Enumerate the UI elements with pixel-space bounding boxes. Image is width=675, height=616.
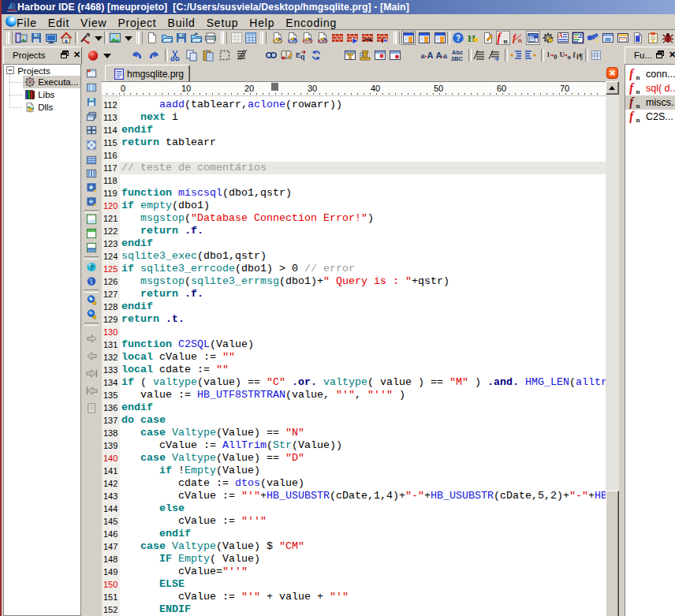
toolbar-button-conv-number[interactable]: 10: [546, 49, 558, 62]
toolbar-button-save-file[interactable]: [175, 32, 188, 44]
side-button-page-doc[interactable]: [86, 402, 98, 414]
line-number-144[interactable]: 144: [103, 504, 120, 513]
line-number-117[interactable]: 117: [103, 163, 120, 173]
line-number-132[interactable]: 132: [103, 353, 120, 362]
toolbar-grip[interactable]: [221, 32, 228, 44]
line-number-113[interactable]: 113: [103, 113, 120, 122]
functions-float-button[interactable]: [655, 50, 666, 60]
line-number-147[interactable]: 147: [103, 542, 120, 551]
toolbar-button-new-file[interactable]: [146, 32, 158, 44]
line-number-145[interactable]: 145: [103, 517, 120, 526]
toolbar-button-toolbox-stamp[interactable]: [359, 49, 371, 62]
menu-help[interactable]: Help: [244, 14, 280, 29]
toolbar-button-b10-red[interactable]: IOIO: [316, 32, 329, 44]
functions-close-button[interactable]: ✕: [667, 50, 675, 60]
toolbar-button-bricks-run[interactable]: [346, 32, 359, 44]
side-button-sphere-plus[interactable]: [86, 181, 98, 193]
side-button-nav-prev-bar[interactable]: [86, 385, 98, 397]
line-number-139[interactable]: 139: [103, 441, 120, 450]
line-number-137[interactable]: 137: [103, 416, 120, 425]
toolbar-button-fn-upper[interactable]: fn: [497, 32, 509, 44]
side-button-fit-arrows[interactable]: [86, 140, 98, 151]
toolbar-button-monitor[interactable]: [45, 32, 58, 44]
side-button-save-teal[interactable]: [86, 96, 98, 108]
side-button-window-split[interactable]: [86, 82, 98, 94]
toolbar-button-undo[interactable]: [130, 49, 143, 62]
toolbar-button-replace[interactable]: Eq: [295, 49, 308, 62]
line-number-133[interactable]: 133: [103, 365, 120, 375]
side-button-windows-cascade[interactable]: [86, 110, 98, 122]
toolbar-button-b10-blue[interactable]: IOIO: [286, 32, 299, 44]
line-number-143[interactable]: 143: [103, 491, 120, 501]
line-number-120[interactable]: 120: [103, 201, 120, 211]
toolbar-button-case-upper-lower[interactable]: Aa: [435, 49, 448, 62]
projects-close-button[interactable]: ✕: [72, 50, 82, 60]
toolbar-button-select-rect[interactable]: [218, 49, 231, 62]
line-number-138[interactable]: 138: [103, 428, 120, 438]
toolbar-button-flashlight[interactable]: [587, 32, 599, 44]
close-file-button[interactable]: [606, 67, 618, 79]
toolbar-button-indent-left[interactable]: [524, 49, 537, 62]
menu-encoding[interactable]: Encoding: [280, 14, 342, 29]
line-number-126[interactable]: 126: [103, 277, 120, 286]
line-number-115[interactable]: 115: [103, 138, 120, 147]
toolbar-button-tools[interactable]: [79, 32, 91, 44]
toolbar-button-b10-ppo[interactable]: PPO: [301, 32, 314, 44]
line-number-112[interactable]: 112: [103, 100, 120, 110]
toolbar-button-redo[interactable]: [148, 49, 161, 62]
line-number-127[interactable]: 127: [103, 289, 120, 299]
function-item-1[interactable]: fnconn...: [625, 67, 675, 81]
toolbar-button-doc-align[interactable]: A: [557, 32, 569, 44]
tree-item-libs[interactable]: Libs: [24, 89, 54, 100]
toolbar-button-gear[interactable]: [542, 32, 554, 44]
toolbar-button-paste[interactable]: [202, 49, 214, 62]
toolbar-button-refresh[interactable]: [310, 49, 323, 62]
toolbar-button-uncomment[interactable]: [488, 49, 501, 62]
toolbar-button-case-lower-upper[interactable]: aA: [420, 49, 433, 62]
tree-collapse-icon[interactable]: [6, 66, 15, 75]
toolbar-button-open-folder[interactable]: [161, 32, 173, 44]
toolbar-button-bricks[interactable]: [331, 32, 344, 44]
line-number-122[interactable]: 122: [103, 226, 120, 236]
menu-setup[interactable]: Setup: [201, 14, 244, 29]
line-number-116[interactable]: 116: [103, 151, 120, 160]
tree-root-projects[interactable]: Projects: [6, 66, 50, 76]
line-number-121[interactable]: 121: [103, 214, 120, 223]
toolbar-grip[interactable]: [260, 32, 267, 44]
side-button-pane-split[interactable]: [86, 242, 98, 254]
toolbar-button-edit-doc[interactable]: [482, 32, 494, 44]
side-button-columns-vertical[interactable]: [86, 168, 98, 180]
toolbar-button-bricks-rebuild[interactable]: [361, 32, 374, 44]
toolbar-button-copy[interactable]: [185, 49, 198, 62]
toolbar-button-grid-blue[interactable]: [244, 32, 257, 44]
side-button-windows-tile[interactable]: [86, 125, 98, 136]
line-number-148[interactable]: 148: [103, 554, 120, 564]
scroll-thumb[interactable]: [606, 491, 619, 616]
line-number-125[interactable]: 125: [103, 264, 120, 274]
line-number-146[interactable]: 146: [103, 529, 120, 539]
tree-item-dlls[interactable]: Dlls: [24, 102, 53, 113]
side-button-nav-prev[interactable]: [86, 350, 98, 362]
line-number-128[interactable]: 128: [103, 302, 120, 312]
toolbar-button-fn-lower[interactable]: fn: [512, 32, 524, 44]
toolbar-button-list-colors[interactable]: [572, 32, 584, 44]
side-button-pane-plain[interactable]: [86, 214, 98, 226]
line-number-119[interactable]: 119: [103, 189, 120, 198]
toolbar-button-grid-dim[interactable]: [230, 32, 243, 44]
side-button-pane-top[interactable]: [86, 228, 98, 240]
functions-panel-caption[interactable]: Fu... ✕: [625, 47, 675, 65]
toolbar-button-open-folder-up[interactable]: [190, 32, 203, 44]
toolbar-button-save-desktop[interactable]: [30, 32, 43, 44]
toolbar-grip[interactable]: [6, 32, 13, 44]
line-number-142[interactable]: 142: [103, 479, 120, 488]
side-button-help-cyan[interactable]: ?: [86, 261, 98, 273]
toolbar-button-toolbox-save[interactable]: [389, 49, 401, 62]
toolbar-button-conv-font[interactable]: fi¶: [572, 49, 585, 62]
line-number-129[interactable]: 129: [103, 315, 120, 324]
toolbar-button-doc-blue[interactable]: [632, 32, 644, 44]
line-number-136[interactable]: 136: [103, 403, 120, 413]
toolbar-button-home[interactable]: [60, 32, 73, 44]
function-item-3[interactable]: fnmiscs...: [625, 95, 675, 110]
code-area[interactable]: 1121131141151161171181191201211221231241…: [102, 96, 606, 616]
toolbar-button-record[interactable]: [87, 49, 99, 62]
